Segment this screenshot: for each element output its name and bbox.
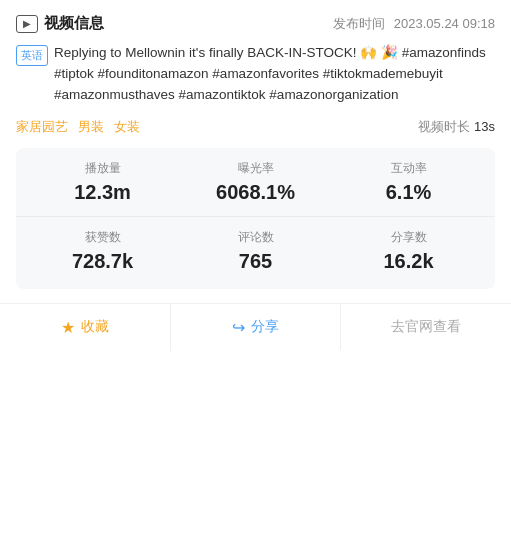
description-text: Replying to Mellownin it's finally BACK-…	[54, 43, 495, 106]
stat-likes-label: 获赞数	[85, 229, 121, 246]
video-info-card: ▶ 视频信息 发布时间 2023.05.24 09:18 英语 Replying…	[0, 0, 511, 556]
stats-row-2: 获赞数 728.7k 评论数 765 分享数 16.2k	[16, 216, 495, 285]
external-label: 去官网查看	[391, 318, 461, 336]
description-row: 英语 Replying to Mellownin it's finally BA…	[16, 43, 495, 106]
duration-value: 13s	[474, 119, 495, 134]
stat-shares-value: 16.2k	[383, 250, 433, 273]
share-button[interactable]: ↪ 分享	[170, 304, 341, 351]
stat-comments-value: 765	[239, 250, 272, 273]
duration-label: 视频时长	[418, 118, 470, 136]
stat-shares: 分享数 16.2k	[332, 229, 485, 273]
language-tag: 英语	[16, 45, 48, 66]
stats-row-1: 播放量 12.3m 曝光率 6068.1% 互动率 6.1%	[16, 160, 495, 216]
categories-row: 家居园艺 男装 女装 视频时长 13s	[16, 118, 495, 136]
publish-label: 发布时间	[333, 16, 385, 31]
stat-exposure-label: 曝光率	[238, 160, 274, 177]
publish-time-area: 发布时间 2023.05.24 09:18	[333, 14, 495, 33]
external-link-button[interactable]: 去官网查看	[340, 304, 511, 350]
category-tag-0: 家居园艺	[16, 118, 68, 136]
actions-row: ★ 收藏 ↪ 分享 去官网查看	[0, 303, 511, 351]
stat-shares-label: 分享数	[391, 229, 427, 246]
stat-engagement: 互动率 6.1%	[332, 160, 485, 204]
share-label: 分享	[251, 318, 279, 336]
stats-container: 播放量 12.3m 曝光率 6068.1% 互动率 6.1% 获赞数 728.7…	[16, 148, 495, 289]
stat-comments: 评论数 765	[179, 229, 332, 273]
header-row: ▶ 视频信息 发布时间 2023.05.24 09:18	[16, 14, 495, 33]
section-title: 视频信息	[44, 14, 104, 33]
header-left: ▶ 视频信息	[16, 14, 104, 33]
category-tag-2: 女装	[114, 118, 140, 136]
stat-engagement-label: 互动率	[391, 160, 427, 177]
stat-likes-value: 728.7k	[72, 250, 133, 273]
collect-label: 收藏	[81, 318, 109, 336]
share-icon: ↪	[232, 318, 245, 337]
stat-plays: 播放量 12.3m	[26, 160, 179, 204]
stat-exposure-value: 6068.1%	[216, 181, 295, 204]
stat-exposure: 曝光率 6068.1%	[179, 160, 332, 204]
stat-comments-label: 评论数	[238, 229, 274, 246]
play-icon: ▶	[23, 18, 31, 29]
stat-likes: 获赞数 728.7k	[26, 229, 179, 273]
video-icon: ▶	[16, 15, 38, 33]
collect-icon: ★	[61, 318, 75, 337]
stat-plays-value: 12.3m	[74, 181, 131, 204]
collect-button[interactable]: ★ 收藏	[0, 304, 170, 351]
stat-plays-label: 播放量	[85, 160, 121, 177]
stat-engagement-value: 6.1%	[386, 181, 432, 204]
category-tags: 家居园艺 男装 女装	[16, 118, 418, 136]
publish-datetime: 2023.05.24 09:18	[394, 16, 495, 31]
category-tag-1: 男装	[78, 118, 104, 136]
